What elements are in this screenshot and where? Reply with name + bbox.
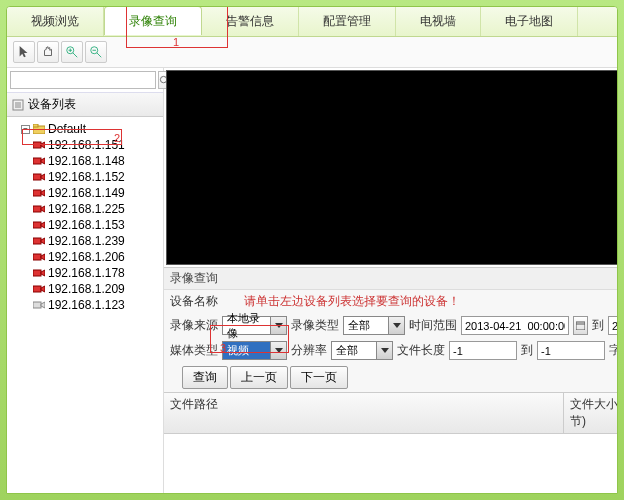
zoom-out-tool[interactable] [85, 41, 107, 63]
device-item[interactable]: 192.168.1.123 [31, 297, 163, 313]
svg-rect-14 [33, 270, 41, 276]
device-ip-label: 192.168.1.239 [48, 234, 125, 248]
device-ip-label: 192.168.1.149 [48, 186, 125, 200]
device-ip-label: 192.168.1.153 [48, 218, 125, 232]
chevron-down-icon [376, 342, 392, 359]
length-to-input[interactable] [537, 341, 605, 360]
device-list-header: 设备列表 [7, 93, 163, 117]
svg-rect-7 [33, 158, 41, 164]
camera-online-icon [33, 252, 45, 262]
annotation-label-3: 3 [220, 342, 226, 354]
time-to-label: 到 [592, 317, 604, 334]
resolution-combo[interactable]: 全部 [331, 341, 393, 360]
camera-online-icon [33, 220, 45, 230]
tab-config-manage[interactable]: 配置管理 [299, 7, 396, 36]
device-item[interactable]: 192.168.1.225 [31, 201, 163, 217]
next-page-button[interactable]: 下一页 [290, 366, 348, 389]
device-ip-label: 192.168.1.148 [48, 154, 125, 168]
device-ip-label: 192.168.1.225 [48, 202, 125, 216]
device-search-input[interactable] [10, 71, 156, 89]
device-item[interactable]: 192.168.1.153 [31, 217, 163, 233]
tab-emap[interactable]: 电子地图 [481, 7, 578, 36]
query-panel: 录像查询 设备名称 请单击左边设备列表选择要查询的设备！ 录像来源 本地录像 录… [164, 267, 618, 494]
col-file-path[interactable]: 文件路径 [164, 393, 564, 433]
device-ip-label: 192.168.1.209 [48, 282, 125, 296]
svg-rect-13 [33, 254, 41, 260]
zoom-in-tool[interactable] [61, 41, 83, 63]
result-grid-header: 文件路径 文件大小(字节) 下载状态 [164, 392, 618, 434]
device-item[interactable]: 192.168.1.152 [31, 169, 163, 185]
prev-page-button[interactable]: 上一页 [230, 366, 288, 389]
camera-online-icon [33, 284, 45, 294]
video-preview-area [166, 70, 618, 265]
length-from-input[interactable] [449, 341, 517, 360]
device-item[interactable]: 192.168.1.178 [31, 265, 163, 281]
time-from-input[interactable] [461, 316, 569, 335]
annotation-label-1: 1 [173, 36, 179, 48]
main-panel: 视频浏览 录像查询 告警信息 配置管理 电视墙 电子地图 1 设备列表 [6, 6, 618, 494]
svg-rect-5 [33, 124, 38, 127]
device-ip-label: 192.168.1.123 [48, 298, 125, 312]
svg-rect-12 [33, 238, 41, 244]
svg-rect-11 [33, 222, 41, 228]
camera-online-icon [33, 188, 45, 198]
device-tree: − Default 192.168.1.151192.168.1.148192.… [7, 117, 163, 317]
tab-tv-wall[interactable]: 电视墙 [396, 7, 481, 36]
svg-rect-17 [576, 322, 585, 330]
query-panel-title: 录像查询 [164, 268, 618, 290]
result-grid-body [164, 434, 618, 494]
time-from-picker-button[interactable] [573, 316, 588, 335]
svg-rect-9 [33, 190, 41, 196]
chevron-down-icon [388, 317, 404, 334]
record-type-label: 录像类型 [291, 317, 339, 334]
device-item[interactable]: 192.168.1.209 [31, 281, 163, 297]
tab-video-browse[interactable]: 视频浏览 [7, 7, 104, 36]
device-list-title: 设备列表 [28, 96, 76, 113]
device-item[interactable]: 192.168.1.149 [31, 185, 163, 201]
device-item[interactable]: 192.168.1.239 [31, 233, 163, 249]
svg-rect-15 [33, 286, 41, 292]
svg-rect-8 [33, 174, 41, 180]
camera-online-icon [33, 156, 45, 166]
tab-bar: 视频浏览 录像查询 告警信息 配置管理 电视墙 电子地图 1 [7, 7, 617, 37]
query-button[interactable]: 查询 [182, 366, 228, 389]
pointer-tool[interactable] [13, 41, 35, 63]
svg-rect-16 [33, 302, 41, 308]
device-item[interactable]: 192.168.1.148 [31, 153, 163, 169]
list-icon [12, 99, 24, 111]
calendar-icon [576, 321, 585, 330]
camera-online-icon [33, 204, 45, 214]
device-ip-label: 192.168.1.178 [48, 266, 125, 280]
length-unit-label: 字节(- [609, 342, 618, 359]
camera-online-icon [33, 172, 45, 182]
toolbar [7, 37, 617, 68]
record-type-combo[interactable]: 全部 [343, 316, 405, 335]
camera-offline-icon [33, 300, 45, 310]
svg-rect-10 [33, 206, 41, 212]
file-length-label: 文件长度 [397, 342, 445, 359]
device-ip-label: 192.168.1.206 [48, 250, 125, 264]
time-range-label: 时间范围 [409, 317, 457, 334]
time-to-input[interactable] [608, 316, 618, 335]
annotation-box-2 [22, 129, 122, 145]
device-hint-text: 请单击左边设备列表选择要查询的设备！ [244, 293, 460, 310]
camera-online-icon [33, 236, 45, 246]
annotation-label-2: 2 [114, 132, 120, 144]
hand-tool[interactable] [37, 41, 59, 63]
device-item[interactable]: 192.168.1.206 [31, 249, 163, 265]
col-file-size[interactable]: 文件大小(字节) [564, 393, 618, 433]
device-ip-label: 192.168.1.152 [48, 170, 125, 184]
device-sidebar: 设备列表 − Default 192.168.1.151192.168.1.14… [7, 68, 164, 494]
camera-online-icon [33, 268, 45, 278]
resolution-label: 分辨率 [291, 342, 327, 359]
length-to-label: 到 [521, 342, 533, 359]
device-name-label: 设备名称 [170, 293, 218, 310]
